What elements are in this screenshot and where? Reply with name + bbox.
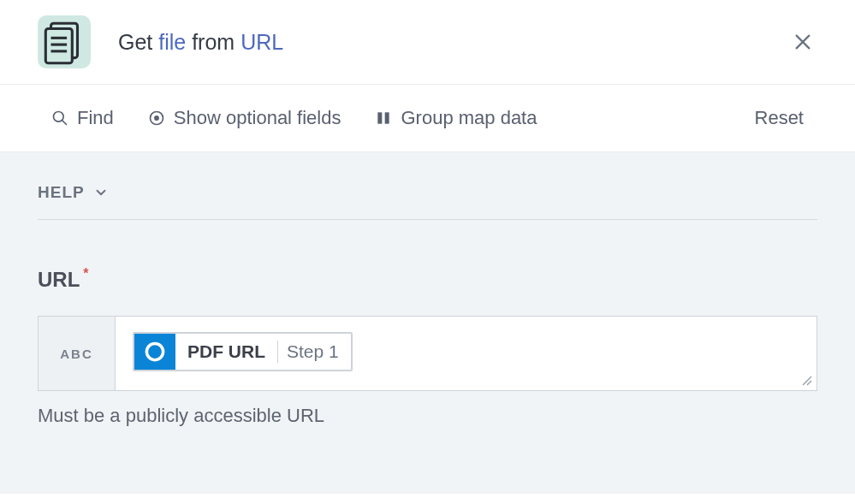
dialog-header: Get file from URL: [0, 0, 855, 84]
svg-rect-12: [385, 112, 389, 123]
title-link-file[interactable]: file: [158, 30, 186, 54]
svg-rect-11: [378, 112, 383, 123]
title-text: from: [186, 30, 240, 54]
toolbar: Find Show optional fields Group map data…: [0, 84, 855, 152]
svg-line-15: [807, 381, 811, 385]
svg-line-8: [62, 121, 67, 125]
show-optional-button[interactable]: Show optional fields: [148, 107, 341, 129]
reset-button[interactable]: Reset: [755, 107, 804, 129]
document-icon: [38, 15, 91, 68]
app-icon: [38, 15, 91, 68]
svg-rect-1: [45, 29, 72, 63]
search-icon: [51, 110, 68, 127]
resize-handle-icon[interactable]: [801, 375, 813, 387]
svg-point-10: [154, 116, 159, 121]
url-input-row: ABC PDF URL Step 1: [38, 316, 817, 391]
dialog-title: Get file from URL: [118, 30, 788, 55]
pill-label: PDF URL: [175, 334, 277, 370]
group-map-label: Group map data: [401, 107, 537, 129]
title-link-url[interactable]: URL: [240, 30, 283, 54]
chevron-down-icon: [93, 185, 109, 200]
abc-label: ABC: [60, 347, 93, 361]
group-icon: [375, 110, 392, 127]
required-marker: *: [83, 266, 88, 282]
find-label: Find: [77, 107, 114, 129]
pill-source-icon: [134, 334, 175, 370]
group-map-button[interactable]: Group map data: [375, 107, 537, 129]
help-toggle[interactable]: HELP: [38, 183, 817, 220]
close-button[interactable]: [788, 27, 817, 56]
svg-point-13: [146, 343, 163, 359]
reset-label: Reset: [755, 107, 804, 128]
svg-line-14: [803, 377, 811, 385]
help-label: HELP: [38, 183, 85, 202]
show-optional-label: Show optional fields: [174, 107, 341, 129]
main-panel: HELP URL * ABC PDF URL: [0, 152, 855, 494]
pill-pdf-url[interactable]: PDF URL Step 1: [133, 332, 353, 371]
close-icon: [793, 33, 812, 51]
url-field-label: URL *: [38, 268, 817, 292]
url-input-area[interactable]: PDF URL Step 1: [116, 317, 816, 390]
eye-icon: [148, 110, 165, 127]
type-indicator[interactable]: ABC: [39, 317, 116, 390]
pill-step: Step 1: [278, 334, 351, 370]
url-label-text: URL: [38, 268, 80, 292]
find-button[interactable]: Find: [51, 107, 114, 129]
title-text: Get: [118, 30, 158, 54]
url-field-block: URL * ABC PDF URL: [38, 268, 817, 427]
url-help-text: Must be a publicly accessible URL: [38, 405, 817, 427]
circle-icon: [143, 340, 167, 364]
